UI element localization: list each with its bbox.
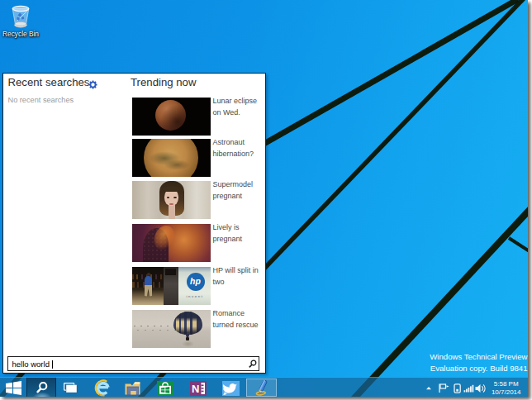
svg-text:N: N [192,383,199,395]
